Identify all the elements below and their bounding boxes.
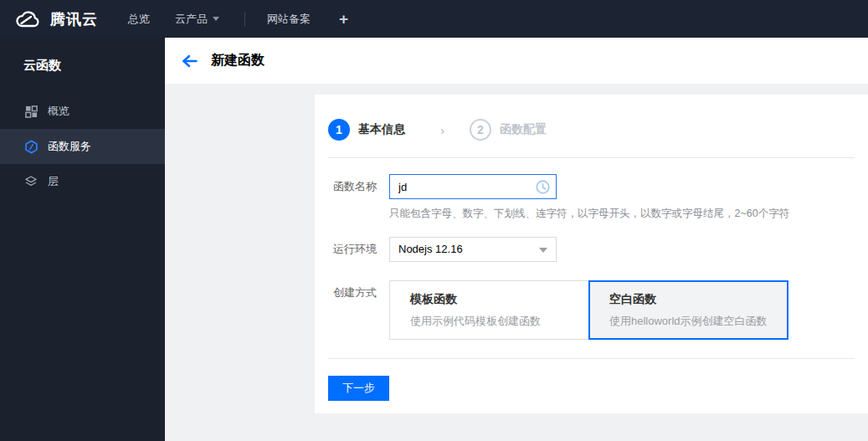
runtime-row: 运行环境 Nodejs 12.16 — [328, 237, 855, 262]
function-name-row: 函数名称 只能包含字母、数字、下划线、连字符，以字母开头，以数字或字母结尾，2~… — [328, 174, 855, 221]
method-cards: 模板函数 使用示例代码模板创建函数 空白函数 使用helloworld示例创建空… — [389, 280, 788, 340]
create-function-card: 1 基本信息 › 2 函数配置 函数名称 — [315, 95, 868, 413]
function-name-group: 只能包含字母、数字、下划线、连字符，以字母开头，以数字或字母结尾，2~60个字符 — [389, 174, 789, 221]
step-1-circle: 1 — [328, 119, 350, 141]
grid-icon — [23, 104, 39, 119]
next-step-button[interactable]: 下一步 — [328, 376, 389, 401]
nav-icp[interactable]: 网站备案 — [267, 12, 311, 27]
function-hexagon-icon — [23, 139, 39, 154]
wizard-steps: 1 基本信息 › 2 函数配置 — [328, 95, 855, 141]
step-2-circle: 2 — [470, 119, 491, 141]
function-name-input-wrap — [389, 174, 557, 199]
method-card-title: 模板函数 — [410, 292, 568, 307]
sidebar-title: 云函数 — [0, 38, 165, 94]
layers-icon — [23, 174, 39, 189]
topbar: 腾讯云 总览 云产品 网站备案 + — [0, 0, 868, 38]
tencent-cloud-logo[interactable]: 腾讯云 — [13, 8, 98, 29]
nav-overview[interactable]: 总览 — [128, 12, 150, 27]
topnav-divider — [244, 12, 245, 27]
method-card-title: 空白函数 — [609, 292, 768, 307]
sidebar-item-label: 概览 — [48, 104, 69, 119]
function-name-label: 函数名称 — [333, 174, 389, 221]
runtime-label: 运行环境 — [333, 237, 389, 262]
nav-products-label: 云产品 — [175, 12, 208, 27]
sidebar-item-function-service[interactable]: 函数服务 — [0, 129, 165, 164]
runtime-select[interactable]: Nodejs 12.16 — [389, 237, 557, 262]
sidebar-item-label: 函数服务 — [48, 139, 91, 154]
divider — [328, 358, 855, 359]
page-header: 新建函数 — [165, 38, 868, 84]
clock-pending-icon — [535, 179, 551, 197]
sidebar-item-layers[interactable]: 层 — [0, 164, 165, 199]
method-card-template[interactable]: 模板函数 使用示例代码模板创建函数 — [389, 280, 589, 340]
chevron-down-icon — [213, 17, 219, 21]
cloud-logo-icon — [13, 8, 44, 29]
step-chevron-icon: › — [440, 123, 444, 137]
runtime-select-value: Nodejs 12.16 — [398, 243, 463, 255]
creation-method-label: 创建方式 — [333, 280, 389, 340]
method-card-desc: 使用示例代码模板创建函数 — [410, 314, 568, 329]
content-area: 1 基本信息 › 2 函数配置 函数名称 — [165, 95, 868, 441]
method-card-desc: 使用helloworld示例创建空白函数 — [609, 314, 768, 329]
sidebar: 云函数 概览 函数服务 层 — [0, 38, 165, 441]
back-arrow-icon[interactable] — [182, 54, 198, 68]
step-1-label: 基本信息 — [358, 122, 405, 137]
select-caret-icon — [539, 248, 547, 253]
method-card-blank[interactable]: 空白函数 使用helloworld示例创建空白函数 — [588, 280, 788, 340]
brand-name: 腾讯云 — [50, 9, 98, 29]
main-area: 新建函数 1 基本信息 › 2 函数配置 函数名称 — [165, 38, 868, 441]
nav-products[interactable]: 云产品 — [175, 12, 219, 27]
step-2-label: 函数配置 — [500, 122, 547, 137]
add-tab-button[interactable]: + — [339, 10, 348, 28]
function-name-input[interactable] — [390, 175, 556, 198]
sidebar-item-label: 层 — [48, 174, 59, 189]
topnav: 总览 云产品 网站备案 + — [128, 10, 348, 28]
page-title: 新建函数 — [211, 52, 265, 69]
sidebar-item-overview[interactable]: 概览 — [0, 94, 165, 129]
divider — [328, 157, 855, 158]
creation-method-row: 创建方式 模板函数 使用示例代码模板创建函数 空白函数 使用helloworld… — [328, 280, 855, 340]
function-name-hint: 只能包含字母、数字、下划线、连字符，以字母开头，以数字或字母结尾，2~60个字符 — [389, 207, 789, 221]
